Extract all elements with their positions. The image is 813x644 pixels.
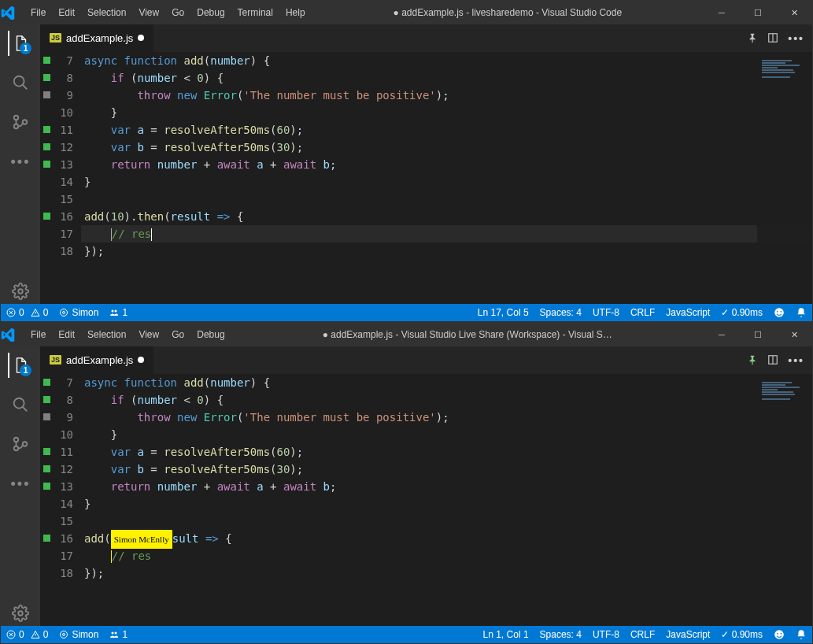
menu-selection[interactable]: Selection xyxy=(81,323,132,346)
minimap[interactable] xyxy=(757,52,812,304)
menu-view[interactable]: View xyxy=(132,323,165,346)
menu-help[interactable]: Help xyxy=(279,1,312,24)
menu-go[interactable]: Go xyxy=(165,323,190,346)
menu-debug[interactable]: Debug xyxy=(190,1,231,24)
line-number: 18 xyxy=(40,564,73,582)
status-participants[interactable]: 1 xyxy=(104,304,133,321)
svg-point-34 xyxy=(115,632,117,635)
status-liveshare[interactable]: Simon xyxy=(54,626,104,643)
status-feedback-icon[interactable] xyxy=(768,304,790,321)
source-control-icon[interactable] xyxy=(8,431,33,457)
maximize-button[interactable]: ☐ xyxy=(740,323,776,346)
svg-line-20 xyxy=(23,407,28,412)
status-ln-col[interactable]: Ln 17, Col 5 xyxy=(472,304,534,321)
code-line[interactable]: async function add(number) { xyxy=(84,374,812,391)
settings-gear-icon[interactable] xyxy=(8,279,33,304)
status-encoding[interactable]: UTF-8 xyxy=(587,304,625,321)
code-line[interactable]: var b = resolveAfter50ms(30); xyxy=(84,461,812,478)
more-actions-icon[interactable]: ••• xyxy=(788,354,804,367)
menu-view[interactable]: View xyxy=(132,1,165,24)
code-content[interactable]: async function add(number) { if (number … xyxy=(84,52,812,304)
status-bell-icon[interactable] xyxy=(790,626,812,643)
title-bar[interactable]: FileEditSelectionViewGoDebug ● addExampl… xyxy=(1,323,812,346)
minimize-button[interactable]: ─ xyxy=(704,1,740,24)
status-errors[interactable]: 0 0 xyxy=(1,626,54,643)
code-line[interactable]: } xyxy=(84,495,812,513)
tab-active[interactable]: JS addExample.js xyxy=(40,24,153,52)
menu-edit[interactable]: Edit xyxy=(52,323,81,346)
more-actions-icon[interactable]: ••• xyxy=(788,32,804,45)
code-line[interactable]: async function add(number) { xyxy=(84,52,812,69)
search-icon[interactable] xyxy=(8,70,33,95)
code-line[interactable]: return number + await a + await b; xyxy=(84,156,812,173)
code-line[interactable]: }); xyxy=(84,242,812,260)
status-spaces[interactable]: Spaces: 4 xyxy=(534,304,587,321)
explorer-icon[interactable]: 1 xyxy=(8,31,33,56)
svg-point-37 xyxy=(780,633,782,635)
menu-edit[interactable]: Edit xyxy=(52,1,81,24)
code-line[interactable]: if (number < 0) { xyxy=(84,391,812,409)
status-participants[interactable]: 1 xyxy=(104,626,133,643)
code-line[interactable]: }); xyxy=(84,564,812,582)
source-control-icon[interactable] xyxy=(8,109,33,135)
close-button[interactable]: ✕ xyxy=(776,1,812,24)
menu-file[interactable]: File xyxy=(24,323,52,346)
code-line[interactable]: } xyxy=(84,426,812,443)
line-number: 11 xyxy=(40,443,73,461)
code-line[interactable]: // res xyxy=(84,547,812,564)
status-eol[interactable]: CRLF xyxy=(625,304,660,321)
status-feedback-icon[interactable] xyxy=(768,626,790,643)
code-line[interactable]: var b = resolveAfter50ms(30); xyxy=(84,139,812,156)
status-liveshare[interactable]: Simon xyxy=(54,304,104,321)
close-button[interactable]: ✕ xyxy=(776,323,812,346)
code-line[interactable]: // res xyxy=(81,225,812,242)
minimap[interactable] xyxy=(757,374,812,626)
menu-terminal[interactable]: Terminal xyxy=(231,1,279,24)
split-editor-icon[interactable] xyxy=(767,32,778,45)
title-bar[interactable]: FileEditSelectionViewGoDebugTerminalHelp… xyxy=(1,1,812,24)
status-language[interactable]: JavaScript xyxy=(660,626,715,643)
line-number: 11 xyxy=(40,121,73,139)
status-ln-col[interactable]: Ln 1, Col 1 xyxy=(478,626,534,643)
code-line[interactable] xyxy=(84,191,812,208)
code-line[interactable]: add(Simon McEnllysult => { xyxy=(84,530,812,547)
menu-go[interactable]: Go xyxy=(165,1,190,24)
code-content[interactable]: async function add(number) { if (number … xyxy=(84,374,812,626)
menu-selection[interactable]: Selection xyxy=(81,1,132,24)
code-line[interactable]: return number + await a + await b; xyxy=(84,478,812,495)
pin-icon[interactable] xyxy=(747,32,758,45)
editor-viewport[interactable]: 789101112131415161718 async function add… xyxy=(40,52,812,304)
status-eol[interactable]: CRLF xyxy=(625,626,660,643)
more-icon[interactable]: ••• xyxy=(8,149,33,174)
code-line[interactable]: throw new Error('The number must be posi… xyxy=(84,87,812,104)
minimize-button[interactable]: ─ xyxy=(704,323,740,346)
menu-file[interactable]: File xyxy=(24,1,52,24)
status-bell-icon[interactable] xyxy=(790,304,812,321)
status-language[interactable]: JavaScript xyxy=(660,304,715,321)
status-timing[interactable]: ✓ 0.90ms xyxy=(715,304,768,321)
editor-viewport[interactable]: 789101112131415161718 async function add… xyxy=(40,374,812,626)
code-line[interactable]: if (number < 0) { xyxy=(84,69,812,87)
code-line[interactable] xyxy=(84,513,812,530)
code-line[interactable]: add(10).then(result => { xyxy=(84,208,812,225)
status-spaces[interactable]: Spaces: 4 xyxy=(534,626,587,643)
tab-active[interactable]: JS addExample.js xyxy=(40,346,153,374)
settings-gear-icon[interactable] xyxy=(8,601,33,626)
code-line[interactable]: throw new Error('The number must be posi… xyxy=(84,409,812,426)
search-icon[interactable] xyxy=(8,392,33,417)
line-number: 18 xyxy=(40,242,73,260)
maximize-button[interactable]: ☐ xyxy=(740,1,776,24)
explorer-icon[interactable]: 1 xyxy=(8,353,33,378)
menu-debug[interactable]: Debug xyxy=(190,323,231,346)
status-timing[interactable]: ✓ 0.90ms xyxy=(715,626,768,643)
split-editor-icon[interactable] xyxy=(767,354,778,367)
more-icon[interactable]: ••• xyxy=(8,471,33,496)
status-encoding[interactable]: UTF-8 xyxy=(587,626,625,643)
code-line[interactable]: var a = resolveAfter50ms(60); xyxy=(84,121,812,139)
pin-icon[interactable] xyxy=(747,354,758,367)
code-line[interactable]: var a = resolveAfter50ms(60); xyxy=(84,443,812,461)
code-line[interactable]: } xyxy=(84,104,812,121)
code-line[interactable]: } xyxy=(84,173,812,191)
status-errors[interactable]: 0 0 xyxy=(1,304,54,321)
svg-point-2 xyxy=(14,116,19,120)
